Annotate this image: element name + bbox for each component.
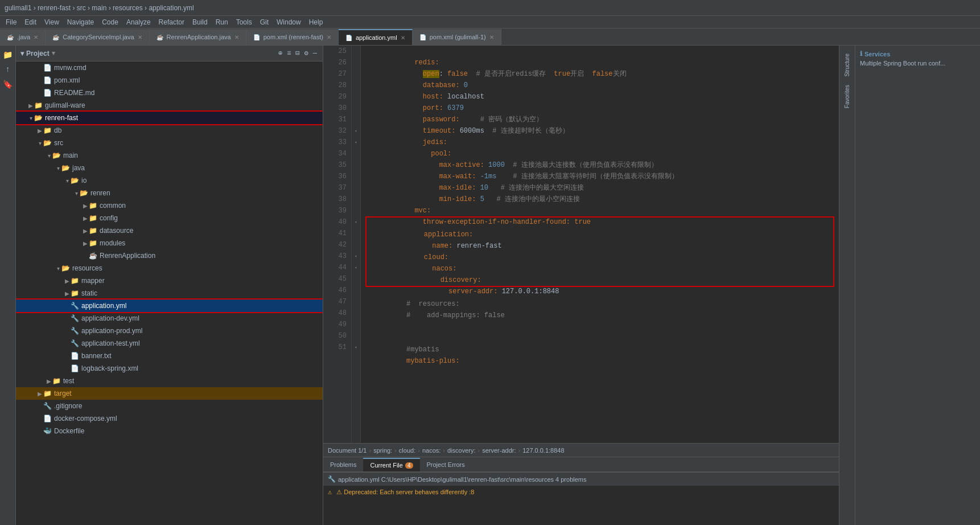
tree-item-pom[interactable]: 📄 pom.xml bbox=[16, 74, 323, 87]
folder-icon-db: 📁 bbox=[43, 126, 52, 134]
code-line-49 bbox=[365, 321, 834, 333]
breadcrumb-bar: Document 1/1 › spring: › cloud: › nacos:… bbox=[323, 443, 839, 457]
current-file-badge: 4 bbox=[405, 462, 413, 469]
right-panel-header: ℹ Services bbox=[860, 50, 975, 58]
menu-run[interactable]: Run bbox=[212, 17, 232, 27]
tab-close-yml[interactable]: ✕ bbox=[401, 35, 405, 41]
folder-icon-static: 📁 bbox=[71, 289, 79, 297]
tab-close-pom1[interactable]: ✕ bbox=[327, 34, 331, 40]
code-editor[interactable]: 25 26 27 28 29 30 31 32 33 34 35 36 37 3… bbox=[323, 46, 839, 443]
tab-close-pom2[interactable]: ✕ bbox=[489, 34, 494, 40]
right-panel: ℹ Services Multiple Spring Boot run conf… bbox=[855, 46, 980, 525]
tree-item-config[interactable]: ▶ 📁 config bbox=[16, 212, 323, 224]
tree-item-modules[interactable]: ▶ 📁 modules bbox=[16, 237, 323, 249]
file-icon-mvnw: 📄 bbox=[43, 64, 52, 72]
java-file-icon: ☕ bbox=[89, 252, 97, 260]
tree-item-static[interactable]: ▶ 📁 static bbox=[16, 287, 323, 300]
code-line-25: redis: bbox=[365, 46, 834, 57]
arrow-datasource: ▶ bbox=[82, 228, 89, 234]
tab-close-renren[interactable]: ✕ bbox=[234, 34, 239, 40]
tree-item-mvnw[interactable]: 📄 mvnw.cmd bbox=[16, 61, 323, 74]
yml-icon: 📄 bbox=[345, 35, 352, 41]
tree-item-readme[interactable]: 📄 README.md bbox=[16, 87, 323, 99]
tree-item-io[interactable]: ▾ 📂 io bbox=[16, 174, 323, 187]
tree-item-java[interactable]: ▾ 📂 java bbox=[16, 162, 323, 174]
tree-item-gitignore[interactable]: 🔧 .gitignore bbox=[16, 400, 323, 412]
menu-help[interactable]: Help bbox=[306, 17, 327, 27]
tree-item-app-test[interactable]: 🔧 application-test.yml bbox=[16, 337, 323, 350]
menu-navigate[interactable]: Navigate bbox=[64, 17, 97, 27]
tree-item-resources[interactable]: ▾ 📂 resources bbox=[16, 262, 323, 274]
breadcrumb-doc: Document 1/1 bbox=[328, 447, 367, 454]
yml-status-icon: 🔧 bbox=[328, 475, 336, 483]
menu-file[interactable]: File bbox=[2, 17, 20, 27]
close-panel-btn[interactable]: — bbox=[312, 48, 318, 59]
menu-window[interactable]: Window bbox=[273, 17, 304, 27]
tree-item-test[interactable]: ▶ 📁 test bbox=[16, 375, 323, 387]
tree-item-application-yml[interactable]: 🔧 application.yml bbox=[16, 300, 323, 312]
tree-item-datasource[interactable]: ▶ 📁 datasource bbox=[16, 224, 323, 237]
tree-item-mapper[interactable]: ▶ 📁 mapper bbox=[16, 274, 323, 287]
menu-view[interactable]: View bbox=[41, 17, 63, 27]
arrow-config: ▶ bbox=[82, 215, 89, 222]
folder-icon-resources: 📂 bbox=[61, 264, 70, 272]
locate-file-btn[interactable]: ⊕ bbox=[277, 48, 283, 59]
folder-icon-renren: 📂 bbox=[80, 189, 88, 197]
yml-dev-icon: 🔧 bbox=[71, 314, 79, 322]
tab-close-java[interactable]: ✕ bbox=[34, 34, 38, 40]
menu-edit[interactable]: Edit bbox=[21, 17, 40, 27]
tab-favorites[interactable]: Favorites bbox=[843, 81, 851, 112]
tree-item-renren-fast[interactable]: ▾ 📂 renren-fast bbox=[16, 112, 323, 124]
tree-item-app-dev[interactable]: 🔧 application-dev.yml bbox=[16, 312, 323, 325]
xml-icon-2: 📄 bbox=[419, 34, 426, 40]
tree-item-app-prod[interactable]: 🔧 application-prod.yml bbox=[16, 325, 323, 337]
menu-tools[interactable]: Tools bbox=[233, 17, 256, 27]
arrow-mapper: ▶ bbox=[64, 278, 71, 284]
menu-build[interactable]: Build bbox=[189, 17, 211, 27]
tab-current-file[interactable]: Current File 4 bbox=[363, 458, 419, 471]
tab-categoryservice[interactable]: ☕ CategoryServiceImpl.java ✕ bbox=[46, 29, 149, 45]
settings-btn[interactable]: ⚙ bbox=[303, 48, 310, 59]
tree-item-banner[interactable]: 📄 banner.txt bbox=[16, 350, 323, 362]
tree-item-main[interactable]: ▾ 📂 main bbox=[16, 149, 323, 162]
warning-text: ⚠ Deprecated: Each server behaves differ… bbox=[336, 489, 474, 496]
editor-area: 25 26 27 28 29 30 31 32 33 34 35 36 37 3… bbox=[323, 46, 839, 525]
tab-project-errors[interactable]: Project Errors bbox=[420, 458, 472, 471]
tab-java-partial[interactable]: ☕ .java ✕ bbox=[0, 29, 46, 45]
arrow-main: ▾ bbox=[46, 153, 52, 159]
project-icon[interactable]: 📁 bbox=[1, 48, 15, 61]
tree-item-common[interactable]: ▶ 📁 common bbox=[16, 199, 323, 212]
panel-header: ▾ Project ▾ ⊕ ≡ ⊟ ⚙ — bbox=[16, 46, 323, 61]
tree-item-docker-compose[interactable]: 📄 docker-compose.yml bbox=[16, 412, 323, 425]
right-side-tabs: Structure Favorites bbox=[839, 46, 855, 525]
tab-pom-gulimall[interactable]: 📄 pom.xml (gulimall-1) ✕ bbox=[413, 29, 501, 45]
tab-structure[interactable]: Structure bbox=[843, 50, 851, 80]
collapse-all-btn[interactable]: ⊟ bbox=[294, 48, 300, 59]
code-line-50: #mybatis bbox=[365, 333, 834, 344]
code-content[interactable]: redis: open: false # 是否开启redis缓存 true开启 … bbox=[361, 46, 839, 443]
tree-item-logback[interactable]: 📄 logback-spring.xml bbox=[16, 362, 323, 375]
info-icon: ℹ bbox=[860, 50, 862, 58]
tab-close-category[interactable]: ✕ bbox=[138, 34, 142, 40]
txt-file-icon: 📄 bbox=[71, 352, 79, 360]
commit-icon[interactable]: ↑ bbox=[1, 63, 15, 76]
menu-analyze[interactable]: Analyze bbox=[123, 17, 154, 27]
tree-item-db[interactable]: ▶ 📁 db bbox=[16, 124, 323, 137]
tab-pom-renren[interactable]: 📄 pom.xml (renren-fast) ✕ bbox=[246, 29, 339, 45]
expand-all-btn[interactable]: ≡ bbox=[286, 48, 292, 59]
tab-problems[interactable]: Problems bbox=[323, 458, 363, 471]
tree-item-src[interactable]: ▾ 📂 src bbox=[16, 137, 323, 149]
tab-renrenapplication[interactable]: ☕ RenrenApplication.java ✕ bbox=[150, 29, 246, 45]
tree-item-renrenapplication[interactable]: ☕ RenrenApplication bbox=[16, 249, 323, 262]
tree-item-gulimall-ware[interactable]: ▶ 📁 gulimall-ware bbox=[16, 99, 323, 112]
code-line-39: throw-exception-if-no-handler-found: tru… bbox=[365, 205, 834, 216]
bookmark-icon[interactable]: 🔖 bbox=[1, 77, 15, 91]
menu-refactor[interactable]: Refactor bbox=[155, 17, 188, 27]
tree-item-target[interactable]: ▶ 📁 target bbox=[16, 387, 323, 400]
tree-item-renren[interactable]: ▾ 📂 renren bbox=[16, 187, 323, 199]
tab-application-yml[interactable]: 📄 application.yml ✕ bbox=[339, 29, 413, 45]
breadcrumb-title: gulimall1 › renren-fast › src › main › r… bbox=[5, 4, 194, 12]
tree-item-dockerfile[interactable]: 🐳 Dockerfile bbox=[16, 425, 323, 437]
menu-code[interactable]: Code bbox=[98, 17, 122, 27]
menu-git[interactable]: Git bbox=[257, 17, 272, 27]
